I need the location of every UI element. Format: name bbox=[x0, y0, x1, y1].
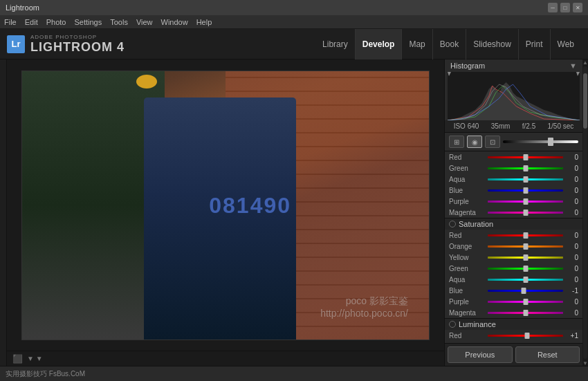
camera-shutter: 1/50 sec bbox=[548, 122, 574, 130]
histogram-label: Histogram bbox=[450, 62, 485, 70]
menu-tools[interactable]: Tools bbox=[110, 18, 128, 26]
sat-red-thumb bbox=[523, 232, 528, 239]
histogram-svg bbox=[448, 72, 580, 120]
luminance-label: Luminance bbox=[459, 320, 496, 328]
hue-blue-slider[interactable] bbox=[488, 189, 563, 192]
sat-aqua-value: 0 bbox=[566, 276, 578, 284]
reset-button[interactable]: Reset bbox=[515, 346, 580, 363]
menu-window[interactable]: Window bbox=[161, 18, 188, 26]
lr-badge: Lr bbox=[7, 35, 25, 53]
panels-area[interactable]: Red 0 Green 0 bbox=[445, 151, 582, 343]
sat-yellow-label: Yellow bbox=[449, 254, 485, 261]
sat-purple-thumb bbox=[523, 299, 528, 305]
hue-aqua-slider[interactable] bbox=[488, 178, 563, 180]
saturation-header[interactable]: Saturation bbox=[445, 219, 582, 230]
hue-green-slider[interactable] bbox=[488, 167, 563, 169]
hue-red-label: Red bbox=[449, 154, 485, 161]
hue-red-thumb bbox=[523, 154, 528, 160]
scroll-down-arrow[interactable]: ▼ bbox=[582, 360, 588, 366]
tab-map[interactable]: Map bbox=[401, 29, 432, 59]
crop-tool[interactable]: ⊡ bbox=[485, 136, 500, 148]
tab-print[interactable]: Print bbox=[518, 29, 550, 59]
sat-aqua-slider[interactable] bbox=[488, 279, 563, 281]
minimize-button[interactable]: ─ bbox=[548, 3, 558, 12]
luminance-section: Luminance Red +1 Orange bbox=[445, 319, 582, 343]
hue-green-value: 0 bbox=[566, 165, 578, 172]
nav-tabs: Library Develop Map Book Slideshow Print… bbox=[315, 29, 581, 59]
saturation-label: Saturation bbox=[459, 220, 493, 228]
hue-green-thumb bbox=[523, 165, 528, 171]
sat-green-label: Green bbox=[449, 265, 485, 272]
center-area: 081490 poco 影影宝鉴 http://photo.poco.cn/ ⬛… bbox=[7, 59, 444, 366]
sat-aqua-row: Aqua 0 bbox=[445, 274, 582, 285]
maximize-button[interactable]: □ bbox=[560, 3, 570, 12]
watermark-poco-line1: poco 影影宝鉴 bbox=[320, 295, 408, 308]
sat-red-row: Red 0 bbox=[445, 230, 582, 241]
previous-button[interactable]: Previous bbox=[448, 346, 513, 363]
scroll-up-arrow[interactable]: ▲ bbox=[582, 59, 588, 65]
sat-green-row: Green 0 bbox=[445, 263, 582, 274]
sat-orange-value: 0 bbox=[566, 243, 578, 250]
right-panel-area: Histogram ▼ bbox=[444, 59, 588, 366]
menu-help[interactable]: Help bbox=[196, 18, 212, 26]
close-button[interactable]: ✕ bbox=[573, 3, 582, 12]
sat-green-slider[interactable] bbox=[488, 268, 563, 270]
sat-yellow-slider[interactable] bbox=[488, 257, 563, 259]
sat-magenta-label: Magenta bbox=[449, 309, 485, 317]
title-bar: Lightroom ─ □ ✕ bbox=[0, 0, 588, 15]
hue-aqua-value: 0 bbox=[566, 176, 578, 183]
menu-view[interactable]: View bbox=[136, 18, 153, 26]
lum-red-thumb bbox=[524, 333, 529, 339]
right-scrollbar[interactable]: ▲ ▼ bbox=[582, 59, 588, 366]
menu-settings[interactable]: Settings bbox=[74, 18, 102, 26]
tone-slider[interactable] bbox=[503, 140, 578, 143]
menu-photo[interactable]: Photo bbox=[46, 18, 66, 26]
scroll-track[interactable] bbox=[583, 66, 587, 359]
saturation-toggle[interactable] bbox=[449, 221, 456, 227]
sat-purple-slider[interactable] bbox=[488, 301, 563, 303]
histogram-header: Histogram ▼ bbox=[445, 59, 582, 72]
image-viewer: 081490 poco 影影宝鉴 http://photo.poco.cn/ bbox=[7, 59, 444, 351]
hue-magenta-row: Magenta 0 bbox=[445, 207, 582, 218]
grid-tool[interactable]: ⊞ bbox=[449, 136, 464, 148]
tone-slider-thumb bbox=[548, 138, 553, 146]
filmstrip-label: ▼ ▼ bbox=[27, 355, 43, 362]
hue-magenta-slider[interactable] bbox=[488, 212, 563, 214]
sat-orange-row: Orange 0 bbox=[445, 241, 582, 252]
tab-develop[interactable]: Develop bbox=[355, 29, 402, 59]
luminance-header[interactable]: Luminance bbox=[445, 319, 582, 330]
lum-red-value: +1 bbox=[566, 332, 578, 340]
sat-aqua-label: Aqua bbox=[449, 276, 485, 284]
tool-row: ⊞ ◉ ⊡ bbox=[445, 133, 582, 151]
scroll-thumb[interactable] bbox=[583, 73, 587, 129]
menu-edit[interactable]: Edit bbox=[25, 18, 38, 26]
histogram-collapse[interactable]: ▼ bbox=[569, 62, 577, 70]
hue-aqua-row: Aqua 0 bbox=[445, 174, 582, 185]
sat-purple-value: 0 bbox=[566, 298, 578, 306]
sat-blue-slider[interactable] bbox=[488, 290, 563, 292]
tab-book[interactable]: Book bbox=[432, 29, 466, 59]
watermark-poco: poco 影影宝鉴 http://photo.poco.cn/ bbox=[320, 295, 408, 319]
sat-orange-label: Orange bbox=[449, 243, 485, 250]
tab-slideshow[interactable]: Slideshow bbox=[466, 29, 518, 59]
tab-library[interactable]: Library bbox=[315, 29, 355, 59]
lum-red-slider[interactable] bbox=[488, 335, 563, 337]
hue-purple-row: Purple 0 bbox=[445, 196, 582, 207]
sat-blue-label: Blue bbox=[449, 287, 485, 295]
hue-purple-slider[interactable] bbox=[488, 201, 563, 203]
sat-red-slider[interactable] bbox=[488, 234, 563, 236]
window-controls[interactable]: ─ □ ✕ bbox=[548, 3, 582, 12]
menu-file[interactable]: File bbox=[4, 18, 17, 26]
circle-tool[interactable]: ◉ bbox=[467, 136, 482, 148]
hue-red-slider[interactable] bbox=[488, 156, 563, 158]
sat-magenta-slider[interactable] bbox=[488, 312, 563, 314]
sat-aqua-thumb bbox=[523, 277, 528, 283]
sat-magenta-value: 0 bbox=[566, 309, 578, 317]
tab-web[interactable]: Web bbox=[550, 29, 581, 59]
camera-info: ISO 640 35mm f/2.5 1/50 sec bbox=[445, 120, 582, 133]
hue-purple-value: 0 bbox=[566, 198, 578, 205]
luminance-toggle[interactable] bbox=[449, 321, 456, 328]
adobe-label: ADOBE PHOTOSHOP bbox=[30, 34, 125, 40]
status-text: 实用摄影技巧 FsBus.CoM bbox=[6, 369, 85, 379]
sat-orange-slider[interactable] bbox=[488, 245, 563, 248]
